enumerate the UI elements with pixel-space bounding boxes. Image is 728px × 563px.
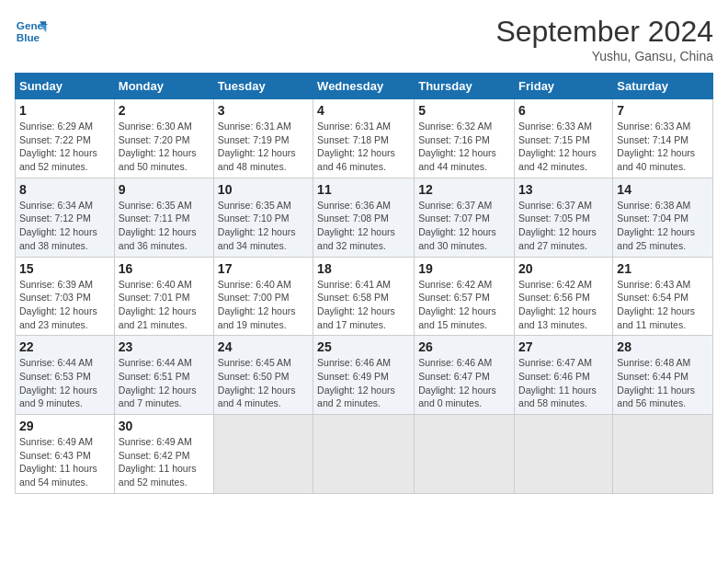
- day-number: 30: [119, 419, 210, 433]
- day-number: 3: [218, 103, 309, 118]
- day-of-week-header: Wednesday: [313, 74, 415, 99]
- calendar-day-cell: 23Sunrise: 6:44 AM Sunset: 6:51 PM Dayli…: [114, 336, 213, 415]
- day-info: Sunrise: 6:49 AM Sunset: 6:43 PM Dayligh…: [19, 435, 110, 489]
- day-info: Sunrise: 6:43 AM Sunset: 6:54 PM Dayligh…: [617, 278, 709, 332]
- calendar-day-cell: 17Sunrise: 6:40 AM Sunset: 7:00 PM Dayli…: [213, 257, 313, 336]
- logo-icon: General Blue: [15, 15, 48, 48]
- day-number: 6: [518, 103, 609, 118]
- day-info: Sunrise: 6:47 AM Sunset: 6:46 PM Dayligh…: [518, 356, 609, 410]
- calendar-week-row: 22Sunrise: 6:44 AM Sunset: 6:53 PM Dayli…: [16, 336, 713, 415]
- calendar-week-row: 29Sunrise: 6:49 AM Sunset: 6:43 PM Dayli…: [16, 415, 713, 494]
- day-info: Sunrise: 6:36 AM Sunset: 7:08 PM Dayligh…: [317, 199, 410, 253]
- day-info: Sunrise: 6:37 AM Sunset: 7:07 PM Dayligh…: [418, 199, 510, 253]
- day-of-week-header: Sunday: [16, 74, 115, 99]
- calendar-day-cell: 18Sunrise: 6:41 AM Sunset: 6:58 PM Dayli…: [313, 257, 415, 336]
- day-number: 19: [418, 261, 510, 276]
- calendar-day-cell: 21Sunrise: 6:43 AM Sunset: 6:54 PM Dayli…: [613, 257, 713, 336]
- day-number: 8: [19, 182, 110, 197]
- calendar-day-cell: 8Sunrise: 6:34 AM Sunset: 7:12 PM Daylig…: [16, 178, 115, 257]
- day-info: Sunrise: 6:30 AM Sunset: 7:20 PM Dayligh…: [119, 120, 210, 174]
- day-number: 29: [19, 419, 110, 433]
- calendar-day-cell: [415, 415, 515, 494]
- day-info: Sunrise: 6:44 AM Sunset: 6:51 PM Dayligh…: [119, 356, 210, 410]
- calendar-day-cell: 22Sunrise: 6:44 AM Sunset: 6:53 PM Dayli…: [16, 336, 115, 415]
- day-of-week-header: Monday: [114, 74, 213, 99]
- day-number: 10: [218, 182, 309, 197]
- day-info: Sunrise: 6:45 AM Sunset: 6:50 PM Dayligh…: [218, 356, 309, 410]
- day-of-week-header: Saturday: [613, 74, 713, 99]
- day-number: 23: [119, 339, 210, 354]
- day-number: 15: [19, 261, 110, 276]
- day-of-week-header: Friday: [515, 74, 613, 99]
- day-info: Sunrise: 6:40 AM Sunset: 7:00 PM Dayligh…: [218, 278, 309, 332]
- calendar-day-cell: 19Sunrise: 6:42 AM Sunset: 6:57 PM Dayli…: [415, 257, 515, 336]
- day-number: 27: [518, 339, 609, 354]
- calendar-day-cell: 1Sunrise: 6:29 AM Sunset: 7:22 PM Daylig…: [16, 99, 115, 178]
- calendar-day-cell: [313, 415, 415, 494]
- day-number: 25: [317, 339, 410, 354]
- day-info: Sunrise: 6:42 AM Sunset: 6:56 PM Dayligh…: [518, 278, 609, 332]
- day-number: 16: [119, 261, 210, 276]
- day-info: Sunrise: 6:33 AM Sunset: 7:14 PM Dayligh…: [617, 120, 709, 174]
- calendar-week-row: 15Sunrise: 6:39 AM Sunset: 7:03 PM Dayli…: [16, 257, 713, 336]
- calendar-day-cell: 3Sunrise: 6:31 AM Sunset: 7:19 PM Daylig…: [213, 99, 313, 178]
- day-info: Sunrise: 6:48 AM Sunset: 6:44 PM Dayligh…: [617, 356, 709, 410]
- day-number: 7: [617, 103, 709, 118]
- day-of-week-header: Tuesday: [213, 74, 313, 99]
- day-number: 2: [119, 103, 210, 118]
- calendar-day-cell: 24Sunrise: 6:45 AM Sunset: 6:50 PM Dayli…: [213, 336, 313, 415]
- day-number: 11: [317, 182, 410, 197]
- calendar-day-cell: [213, 415, 313, 494]
- day-info: Sunrise: 6:44 AM Sunset: 6:53 PM Dayligh…: [19, 356, 110, 410]
- calendar-week-row: 1Sunrise: 6:29 AM Sunset: 7:22 PM Daylig…: [16, 99, 713, 178]
- calendar-day-cell: 9Sunrise: 6:35 AM Sunset: 7:11 PM Daylig…: [114, 178, 213, 257]
- calendar-day-cell: 7Sunrise: 6:33 AM Sunset: 7:14 PM Daylig…: [613, 99, 713, 178]
- calendar-day-cell: 5Sunrise: 6:32 AM Sunset: 7:16 PM Daylig…: [415, 99, 515, 178]
- day-number: 13: [518, 182, 609, 197]
- calendar-day-cell: [515, 415, 613, 494]
- day-info: Sunrise: 6:29 AM Sunset: 7:22 PM Dayligh…: [19, 120, 110, 174]
- calendar-day-cell: 27Sunrise: 6:47 AM Sunset: 6:46 PM Dayli…: [515, 336, 613, 415]
- day-number: 26: [418, 339, 510, 354]
- day-info: Sunrise: 6:38 AM Sunset: 7:04 PM Dayligh…: [617, 199, 709, 253]
- day-number: 18: [317, 261, 410, 276]
- calendar-day-cell: 2Sunrise: 6:30 AM Sunset: 7:20 PM Daylig…: [114, 99, 213, 178]
- calendar-day-cell: 13Sunrise: 6:37 AM Sunset: 7:05 PM Dayli…: [515, 178, 613, 257]
- title-block: September 2024 Yushu, Gansu, China: [495, 15, 713, 63]
- day-info: Sunrise: 6:33 AM Sunset: 7:15 PM Dayligh…: [518, 120, 609, 174]
- calendar-day-cell: 10Sunrise: 6:35 AM Sunset: 7:10 PM Dayli…: [213, 178, 313, 257]
- page-header: General Blue September 2024 Yushu, Gansu…: [15, 15, 713, 63]
- calendar-table: SundayMondayTuesdayWednesdayThursdayFrid…: [15, 73, 713, 494]
- calendar-day-cell: 12Sunrise: 6:37 AM Sunset: 7:07 PM Dayli…: [415, 178, 515, 257]
- day-info: Sunrise: 6:31 AM Sunset: 7:19 PM Dayligh…: [218, 120, 309, 174]
- calendar-header-row: SundayMondayTuesdayWednesdayThursdayFrid…: [16, 74, 713, 99]
- day-number: 4: [317, 103, 410, 118]
- calendar-day-cell: 4Sunrise: 6:31 AM Sunset: 7:18 PM Daylig…: [313, 99, 415, 178]
- calendar-day-cell: 15Sunrise: 6:39 AM Sunset: 7:03 PM Dayli…: [16, 257, 115, 336]
- calendar-day-cell: 14Sunrise: 6:38 AM Sunset: 7:04 PM Dayli…: [613, 178, 713, 257]
- day-info: Sunrise: 6:49 AM Sunset: 6:42 PM Dayligh…: [119, 435, 210, 489]
- day-info: Sunrise: 6:46 AM Sunset: 6:49 PM Dayligh…: [317, 356, 410, 410]
- day-info: Sunrise: 6:35 AM Sunset: 7:11 PM Dayligh…: [119, 199, 210, 253]
- day-of-week-header: Thursday: [415, 74, 515, 99]
- day-number: 17: [218, 261, 309, 276]
- svg-text:Blue: Blue: [17, 31, 40, 43]
- day-info: Sunrise: 6:42 AM Sunset: 6:57 PM Dayligh…: [418, 278, 510, 332]
- calendar-day-cell: 30Sunrise: 6:49 AM Sunset: 6:42 PM Dayli…: [114, 415, 213, 494]
- day-info: Sunrise: 6:34 AM Sunset: 7:12 PM Dayligh…: [19, 199, 110, 253]
- day-number: 22: [19, 339, 110, 354]
- calendar-day-cell: 25Sunrise: 6:46 AM Sunset: 6:49 PM Dayli…: [313, 336, 415, 415]
- day-info: Sunrise: 6:41 AM Sunset: 6:58 PM Dayligh…: [317, 278, 410, 332]
- day-info: Sunrise: 6:31 AM Sunset: 7:18 PM Dayligh…: [317, 120, 410, 174]
- day-info: Sunrise: 6:39 AM Sunset: 7:03 PM Dayligh…: [19, 278, 110, 332]
- day-number: 20: [518, 261, 609, 276]
- calendar-day-cell: [613, 415, 713, 494]
- calendar-day-cell: 28Sunrise: 6:48 AM Sunset: 6:44 PM Dayli…: [613, 336, 713, 415]
- location: Yushu, Gansu, China: [495, 49, 713, 63]
- calendar-day-cell: 20Sunrise: 6:42 AM Sunset: 6:56 PM Dayli…: [515, 257, 613, 336]
- day-number: 14: [617, 182, 709, 197]
- day-number: 5: [418, 103, 510, 118]
- day-info: Sunrise: 6:35 AM Sunset: 7:10 PM Dayligh…: [218, 199, 309, 253]
- day-info: Sunrise: 6:32 AM Sunset: 7:16 PM Dayligh…: [418, 120, 510, 174]
- day-number: 1: [19, 103, 110, 118]
